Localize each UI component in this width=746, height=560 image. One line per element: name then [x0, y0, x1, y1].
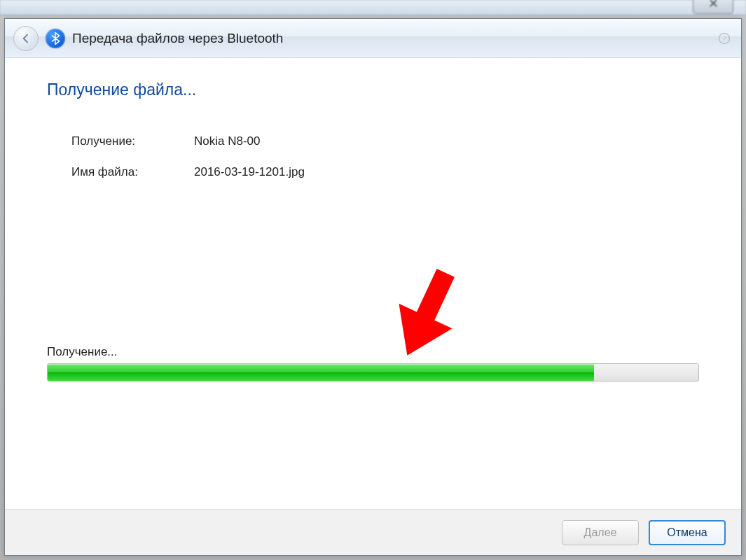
dialog-content: Получение файла... Получение: Nokia N8-0…: [5, 58, 741, 509]
arrow-left-icon: [20, 33, 32, 44]
help-icon[interactable]: ?: [716, 30, 733, 47]
close-icon: ✕: [708, 0, 719, 11]
info-row-filename: Имя файла: 2016-03-19-1201.jpg: [71, 165, 699, 179]
filename-label: Имя файла:: [71, 165, 194, 179]
bluetooth-transfer-dialog: Передача файлов через Bluetooth ? Получе…: [4, 18, 742, 556]
page-heading: Получение файла...: [47, 80, 699, 99]
dialog-titlebar: Передача файлов через Bluetooth ?: [5, 19, 741, 58]
background-window-close-button[interactable]: ✕: [693, 0, 733, 14]
filename-value: 2016-03-19-1201.jpg: [194, 165, 305, 179]
transfer-info: Получение: Nokia N8-00 Имя файла: 2016-0…: [71, 134, 699, 179]
back-button[interactable]: [13, 26, 39, 51]
svg-text:?: ?: [722, 34, 726, 42]
dialog-title: Передача файлов через Bluetooth: [72, 31, 283, 46]
background-window-titlebar: [0, 0, 746, 15]
progress-section: Получение...: [47, 345, 699, 382]
source-value: Nokia N8-00: [194, 134, 261, 148]
progress-label: Получение...: [47, 345, 699, 359]
svg-rect-2: [416, 269, 455, 321]
progress-fill: [48, 364, 594, 381]
next-button: Далее: [562, 520, 639, 545]
progress-bar: [47, 363, 699, 382]
bluetooth-icon: [46, 29, 65, 48]
dialog-footer: Далее Отмена: [5, 509, 741, 555]
cancel-button[interactable]: Отмена: [649, 520, 726, 545]
source-label: Получение:: [71, 134, 194, 148]
info-row-source: Получение: Nokia N8-00: [71, 134, 699, 148]
